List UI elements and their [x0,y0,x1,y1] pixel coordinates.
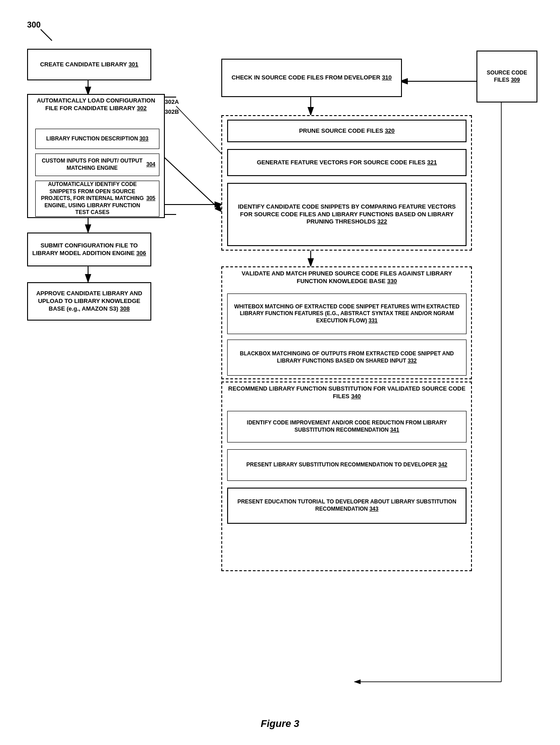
bracket-302b-label: 302B [165,108,179,115]
source-code-files-label: SOURCE CODE FILES 309 [481,70,533,84]
identify-improvement-box: IDENTIFY CODE IMPROVEMENT AND/OR CODE RE… [227,411,467,442]
prune-label: PRUNE SOURCE CODE FILES 320 [299,127,395,135]
custom-inputs-box: CUSTOM INPUTS FOR INPUT/ OUTPUT MATCHING… [35,154,159,176]
recommend-label: RECOMMEND LIBRARY FUNCTION SUBSTITUTION … [227,385,467,400]
svg-line-16 [163,156,223,212]
blackbox-box: BLACKBOX MATCHINGING OF OUTPUTS FROM EXT… [227,340,467,376]
check-in-box: CHECK IN SOURCE CODE FILES FROM DEVELOPE… [221,59,402,97]
generate-vectors-label: GENERATE FEATURE VECTORS FOR SOURCE CODE… [257,159,437,167]
submit-config-box: SUBMIT CONFIGURATION FILE TO LIBRARY MOD… [27,233,151,266]
validate-label: VALIDATE AND MATCH PRUNED SOURCE CODE FI… [227,270,467,285]
whitebox-label: WHITEBOX MATCHING OF EXTRACTED CODE SNIP… [231,303,462,325]
identify-candidates-label: IDENTIFY CANDIDATE CODE SNIPPETS BY COMP… [232,203,462,226]
diagram-container: 300 CREATE CANDIDATE LIBRARY 301 AUTOMAT… [0,0,560,745]
submit-config-label: SUBMIT CONFIGURATION FILE TO LIBRARY MOD… [32,242,147,257]
auto-identify-box: AUTOMATICALLY IDENTIFY CODE SNIPPETS FRO… [35,181,159,217]
prune-box: PRUNE SOURCE CODE FILES 320 [227,120,467,142]
present-education-box: PRESENT EDUCATION TUTORIAL TO DEVELOPER … [227,488,467,524]
create-candidate-box: CREATE CANDIDATE LIBRARY 301 [27,49,151,80]
svg-line-2 [41,29,52,41]
identify-candidates-box: IDENTIFY CANDIDATE CODE SNIPPETS BY COMP… [227,183,467,246]
generate-vectors-box: GENERATE FEATURE VECTORS FOR SOURCE CODE… [227,149,467,176]
present-lib-sub-label: PRESENT LIBRARY SUBSTITUTION RECOMMENDAT… [247,461,448,469]
diagram-ref: 300 [27,20,41,30]
bracket-302a-label: 302A [165,98,179,105]
approve-candidate-label: APPROVE CANDIDATE LIBRARY AND UPLOAD TO … [32,290,147,313]
create-candidate-label: CREATE CANDIDATE LIBRARY 301 [40,61,139,69]
approve-candidate-box: APPROVE CANDIDATE LIBRARY AND UPLOAD TO … [27,282,151,321]
svg-line-15 [176,106,221,154]
figure-label: Figure 3 [181,718,379,730]
blackbox-label: BLACKBOX MATCHINGING OF OUTPUTS FROM EXT… [231,350,462,364]
auto-load-label: AUTOMATICALLY LOAD CONFIGURATION FILE FO… [32,97,160,112]
identify-improvement-label: IDENTIFY CODE IMPROVEMENT AND/OR CODE RE… [231,419,462,433]
lib-func-desc-box: LIBRARY FUNCTION DESCRIPTION 303 [35,129,159,149]
present-lib-sub-box: PRESENT LIBRARY SUBSTITUTION RECOMMENDAT… [227,449,467,481]
whitebox-box: WHITEBOX MATCHING OF EXTRACTED CODE SNIP… [227,293,467,334]
source-code-files-box: SOURCE CODE FILES 309 [476,51,537,102]
check-in-label: CHECK IN SOURCE CODE FILES FROM DEVELOPE… [232,74,392,82]
present-education-label: PRESENT EDUCATION TUTORIAL TO DEVELOPER … [232,498,462,512]
